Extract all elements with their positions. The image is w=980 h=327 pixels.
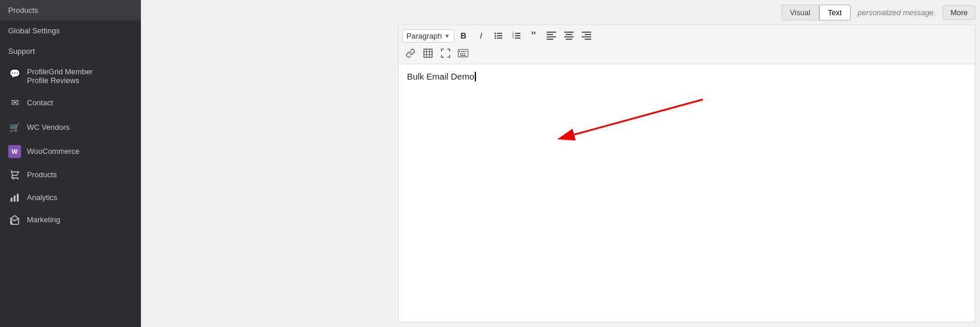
toolbar-row-1: Paragraph ▼ B I — [402, 27, 971, 44]
sidebar-item-wc-vendors[interactable]: 🛒 WC Vendors — [0, 115, 141, 139]
sidebar-item-label: Analytics — [27, 192, 57, 203]
red-arrow-annotation — [399, 64, 975, 322]
editor-content[interactable]: Bulk Email Demo — [399, 64, 975, 322]
svg-rect-28 — [424, 49, 432, 57]
sidebar-item-label: Products — [8, 6, 38, 15]
svg-rect-27 — [585, 39, 591, 40]
svg-rect-5 — [497, 33, 502, 34]
sidebar-item-products-top[interactable]: Products — [0, 0, 141, 20]
blockquote-button[interactable]: " — [526, 27, 542, 44]
tab-text[interactable]: Text — [819, 5, 851, 20]
analytics-icon — [8, 192, 21, 203]
editor-text: Bulk Email Demo — [407, 71, 474, 81]
italic-button[interactable]: I — [473, 27, 489, 44]
svg-rect-1 — [14, 195, 16, 202]
sidebar-item-label: Marketing — [27, 215, 60, 225]
svg-rect-0 — [11, 198, 12, 202]
sidebar-item-woocommerce[interactable]: W WooCommerce — [0, 139, 141, 164]
align-left-button[interactable] — [543, 27, 560, 44]
left-panel — [141, 0, 398, 327]
svg-rect-13 — [515, 35, 520, 36]
woo-icon: W — [8, 145, 21, 158]
products-icon — [8, 170, 21, 180]
align-right-button[interactable] — [578, 27, 595, 44]
toolbar-row-2 — [402, 45, 971, 61]
svg-rect-34 — [459, 51, 460, 52]
svg-rect-21 — [565, 34, 572, 35]
editor-toolbar: Paragraph ▼ B I — [399, 25, 975, 64]
sidebar-item-analytics[interactable]: Analytics — [0, 187, 141, 209]
table-button[interactable] — [420, 45, 436, 61]
svg-rect-35 — [461, 51, 463, 52]
link-button[interactable] — [402, 45, 419, 61]
svg-rect-41 — [460, 56, 466, 57]
main-content: Visual Text personalized message. More P… — [141, 0, 980, 327]
toolbar-toggle-button[interactable] — [455, 45, 471, 61]
sidebar-item-contact[interactable]: ✉ Contact — [0, 91, 141, 115]
sidebar: Products Global Settings Support 💬 Profi… — [0, 0, 141, 327]
personalized-message-text: personalized message. — [858, 8, 936, 17]
svg-point-8 — [494, 37, 496, 39]
more-button[interactable]: More — [943, 5, 975, 20]
paragraph-select[interactable]: Paragraph ▼ — [402, 29, 454, 43]
svg-rect-18 — [547, 36, 556, 37]
svg-rect-7 — [497, 35, 502, 36]
marketing-icon — [8, 215, 21, 225]
paragraph-label: Paragraph — [406, 32, 442, 40]
sidebar-item-label: WooCommerce — [27, 146, 80, 157]
content-area: Visual Text personalized message. More P… — [141, 0, 980, 327]
sidebar-item-label: Products — [27, 170, 57, 180]
sidebar-item-profilegrid[interactable]: 💬 ProfileGrid Member Profile Reviews — [0, 61, 141, 91]
svg-rect-22 — [564, 36, 574, 37]
cart-icon: 🛒 — [8, 121, 21, 133]
svg-rect-40 — [464, 53, 465, 54]
svg-rect-25 — [585, 34, 591, 35]
svg-line-43 — [574, 99, 703, 135]
svg-rect-2 — [17, 194, 19, 202]
svg-rect-19 — [547, 39, 553, 40]
svg-rect-20 — [564, 32, 574, 33]
bold-button[interactable]: B — [456, 27, 472, 44]
align-center-button[interactable] — [561, 27, 577, 44]
profilegrid-line1: ProfileGrid Member — [27, 67, 93, 76]
editor-wrapper: Paragraph ▼ B I — [398, 25, 980, 327]
svg-rect-11 — [515, 33, 520, 34]
contact-icon: ✉ — [8, 97, 21, 109]
cursor-caret — [475, 72, 476, 81]
fullscreen-button[interactable] — [437, 45, 454, 61]
right-panel: Visual Text personalized message. More P… — [398, 0, 980, 327]
sidebar-item-global-settings[interactable]: Global Settings — [0, 20, 141, 41]
unordered-list-button[interactable] — [491, 27, 507, 44]
ordered-list-button[interactable]: 1.2.3. — [508, 27, 524, 44]
sidebar-item-label: Contact — [27, 98, 53, 108]
svg-rect-39 — [462, 53, 463, 54]
svg-rect-36 — [463, 51, 464, 52]
svg-rect-9 — [497, 37, 502, 39]
editor-topbar: Visual Text personalized message. More — [398, 0, 980, 25]
sidebar-item-label: Support — [8, 47, 35, 56]
svg-text:3.: 3. — [512, 36, 515, 39]
svg-rect-23 — [565, 39, 572, 40]
chat-icon: 💬 — [8, 68, 21, 79]
sidebar-item-label: WC Vendors — [27, 122, 70, 133]
tab-visual[interactable]: Visual — [781, 5, 819, 20]
profilegrid-line2: Profile Reviews — [27, 76, 93, 85]
svg-rect-15 — [515, 37, 520, 39]
svg-point-4 — [494, 33, 496, 35]
sidebar-item-marketing[interactable]: Marketing — [0, 209, 141, 231]
editor-box: Paragraph ▼ B I — [398, 25, 975, 322]
svg-rect-16 — [547, 32, 556, 33]
sidebar-item-label: Global Settings — [8, 26, 60, 35]
sidebar-item-products[interactable]: Products — [0, 164, 141, 186]
svg-rect-17 — [547, 34, 553, 35]
svg-rect-24 — [582, 32, 591, 33]
chevron-down-icon: ▼ — [444, 33, 450, 39]
svg-rect-37 — [465, 51, 467, 52]
svg-point-6 — [494, 35, 496, 37]
svg-rect-26 — [582, 36, 591, 37]
svg-rect-38 — [460, 53, 461, 54]
sidebar-item-support[interactable]: Support — [0, 41, 141, 61]
